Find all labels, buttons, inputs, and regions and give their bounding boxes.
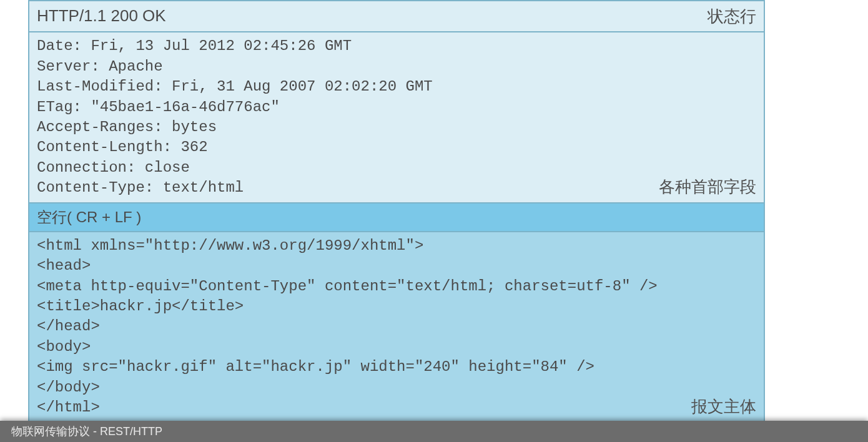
status-line-section: HTTP/1.1 200 OK 状态行 xyxy=(29,1,764,32)
footer-text: 物联网传输协议 - REST/HTTP xyxy=(11,425,162,438)
empty-line-section: 空行( CR + LF ) xyxy=(29,204,764,232)
headers-label: 各种首部字段 xyxy=(659,176,756,198)
body-content: <html xmlns="http://www.w3.org/1999/xhtm… xyxy=(37,237,658,416)
body-label: 报文主体 xyxy=(691,396,756,418)
http-response-diagram: HTTP/1.1 200 OK 状态行 Date: Fri, 13 Jul 20… xyxy=(28,0,765,423)
status-line-text: HTTP/1.1 200 OK xyxy=(37,6,166,25)
footer-bar: 物联网传输协议 - REST/HTTP xyxy=(0,421,868,442)
empty-line-text: 空行( CR + LF ) xyxy=(37,209,141,225)
headers-content: Date: Fri, 13 Jul 2012 02:45:26 GMT Serv… xyxy=(37,37,433,196)
headers-section: Date: Fri, 13 Jul 2012 02:45:26 GMT Serv… xyxy=(29,32,764,203)
body-section: <html xmlns="http://www.w3.org/1999/xhtm… xyxy=(29,232,764,422)
status-line-label: 状态行 xyxy=(708,6,756,27)
